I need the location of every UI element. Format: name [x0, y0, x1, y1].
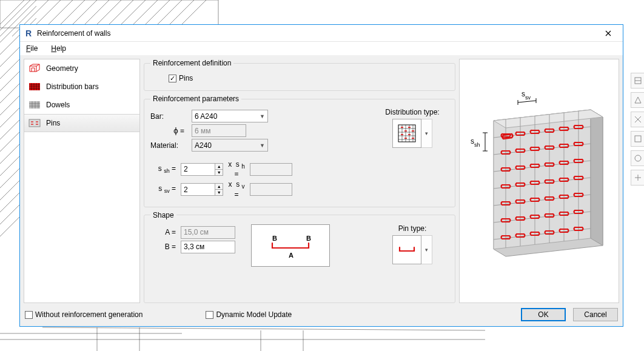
- nav-geometry-label: Geometry: [46, 64, 78, 73]
- checkbox-icon: [169, 75, 176, 82]
- app-icon: R: [24, 28, 33, 38]
- check-pins[interactable]: Pins: [169, 74, 193, 82]
- ssh-label: s sh =: [150, 164, 176, 174]
- dock-icon-1[interactable]: [631, 73, 644, 89]
- material-combo-value: A240: [195, 141, 212, 150]
- checkbox-icon: [25, 311, 33, 319]
- chevron-down-icon: ▼: [260, 113, 265, 119]
- ssv-label: s sv =: [150, 184, 176, 194]
- svg-rect-57: [29, 101, 40, 109]
- svg-rect-63: [29, 119, 40, 127]
- bar-combo-value: 6 A240: [195, 112, 217, 121]
- b-field[interactable]: 3,3 см: [181, 241, 235, 253]
- sh-field: [250, 163, 292, 176]
- dialog-reinforcement-of-walls: R Reinforcement of walls File Help Geome…: [19, 24, 623, 327]
- sv-field: [250, 183, 292, 196]
- group-definition: Reinforcement definition Pins: [144, 59, 455, 91]
- ssh-input[interactable]: [181, 164, 215, 175]
- nav-panel: Geometry Distribution bars Dowels: [24, 59, 140, 303]
- pin-type-icon: [395, 244, 419, 256]
- svg-marker-94: [591, 110, 603, 246]
- distribution-type-button[interactable]: [392, 119, 421, 148]
- svg-point-48: [635, 155, 641, 161]
- pin-type-dropdown[interactable]: ▾: [421, 235, 432, 264]
- material-label: Material:: [150, 141, 187, 150]
- check-dynamic-update-label: Dynamic Model Update: [216, 310, 292, 319]
- right-dock: [631, 73, 644, 186]
- svg-line-84: [518, 101, 536, 102]
- check-without-generation-label: Without reinforcement generation: [35, 310, 143, 319]
- chevron-down-icon: ▼: [260, 142, 265, 149]
- nav-dowels[interactable]: Dowels: [24, 96, 139, 114]
- distribution-bars-icon: [28, 82, 41, 92]
- svg-line-37: [42, 327, 485, 330]
- check-pins-label: Pins: [179, 74, 193, 82]
- nav-pins[interactable]: Pins: [24, 114, 139, 132]
- group-parameters: Reinforcement parameters Bar: 6 A240 ▼: [144, 95, 455, 207]
- svg-text:B: B: [272, 235, 277, 242]
- wall-3d-preview: ssv ssh: [463, 66, 615, 296]
- distribution-type-label: Distribution type:: [376, 108, 449, 116]
- dock-icon-5[interactable]: [631, 150, 644, 166]
- bar-label: Bar:: [150, 112, 187, 121]
- group-shape: Shape A = 15,0 см B = 3,3 см: [144, 211, 455, 303]
- group-shape-legend: Shape: [150, 211, 176, 219]
- dock-icon-4[interactable]: [631, 131, 644, 147]
- bar-combo[interactable]: 6 A240 ▼: [192, 110, 268, 122]
- nav-distribution-bars[interactable]: Distribution bars: [24, 78, 139, 96]
- spin-up-icon[interactable]: ▲: [215, 184, 223, 189]
- group-parameters-legend: Reinforcement parameters: [150, 95, 241, 103]
- svg-marker-44: [635, 97, 641, 103]
- check-dynamic-update[interactable]: Dynamic Model Update: [206, 310, 292, 319]
- spin-down-icon[interactable]: ▼: [215, 189, 223, 195]
- ssv-spinner[interactable]: ▲▼: [181, 183, 223, 196]
- dock-icon-6[interactable]: [631, 170, 644, 186]
- check-without-generation[interactable]: Without reinforcement generation: [25, 310, 143, 319]
- shape-diagram: B B A: [251, 224, 330, 267]
- pins-icon: [28, 118, 41, 128]
- geometry-icon: [28, 64, 41, 73]
- client-area: Geometry Distribution bars Dowels: [20, 55, 623, 326]
- dowels-icon: [28, 100, 41, 110]
- group-definition-legend: Reinforcement definition: [150, 59, 233, 67]
- titlebar: R Reinforcement of walls: [20, 25, 623, 42]
- window-title: Reinforcement of walls: [37, 29, 592, 38]
- sv-x: x s v =: [228, 180, 245, 198]
- ok-button[interactable]: OK: [521, 308, 566, 321]
- spin-up-icon[interactable]: ▲: [215, 164, 223, 169]
- ssh-spinner[interactable]: ▲▼: [181, 163, 223, 176]
- ssv-input[interactable]: [181, 184, 215, 195]
- dock-icon-3[interactable]: [631, 112, 644, 127]
- b-label: B =: [150, 242, 176, 251]
- a-field: 15,0 см: [181, 226, 235, 239]
- distribution-type-icon: [396, 122, 418, 144]
- menubar: File Help: [20, 42, 623, 55]
- distribution-type-dropdown[interactable]: ▾: [421, 119, 432, 148]
- center-panel: Reinforcement definition Pins Reinforcem…: [144, 59, 455, 303]
- nav-distribution-bars-label: Distribution bars: [46, 82, 99, 91]
- spin-down-icon[interactable]: ▼: [215, 169, 223, 175]
- svg-rect-47: [635, 136, 641, 142]
- diameter-label: ɸ =: [150, 127, 187, 135]
- checkbox-icon: [206, 311, 213, 319]
- pin-type-label: Pin type:: [376, 224, 449, 233]
- diameter-field: 6 мм: [192, 124, 246, 137]
- preview-panel: ssv ssh: [459, 59, 619, 303]
- svg-text:A: A: [289, 252, 293, 259]
- cancel-button[interactable]: Cancel: [573, 308, 618, 321]
- a-label: A =: [150, 228, 176, 236]
- nav-geometry[interactable]: Geometry: [24, 59, 139, 78]
- dock-icon-2[interactable]: [631, 92, 644, 108]
- sh-x: x s h =: [228, 160, 245, 178]
- nav-pins-label: Pins: [46, 119, 60, 127]
- menu-file[interactable]: File: [22, 43, 41, 54]
- svg-text:ssv: ssv: [522, 90, 531, 101]
- menu-help[interactable]: Help: [47, 43, 70, 54]
- pin-type-button[interactable]: [392, 235, 421, 264]
- close-icon: [605, 30, 611, 36]
- material-combo[interactable]: A240 ▼: [192, 139, 268, 152]
- close-button[interactable]: [596, 25, 620, 41]
- nav-dowels-label: Dowels: [46, 101, 70, 109]
- svg-text:ssh: ssh: [471, 137, 480, 148]
- bottom-bar: Without reinforcement generation Dynamic…: [20, 306, 623, 326]
